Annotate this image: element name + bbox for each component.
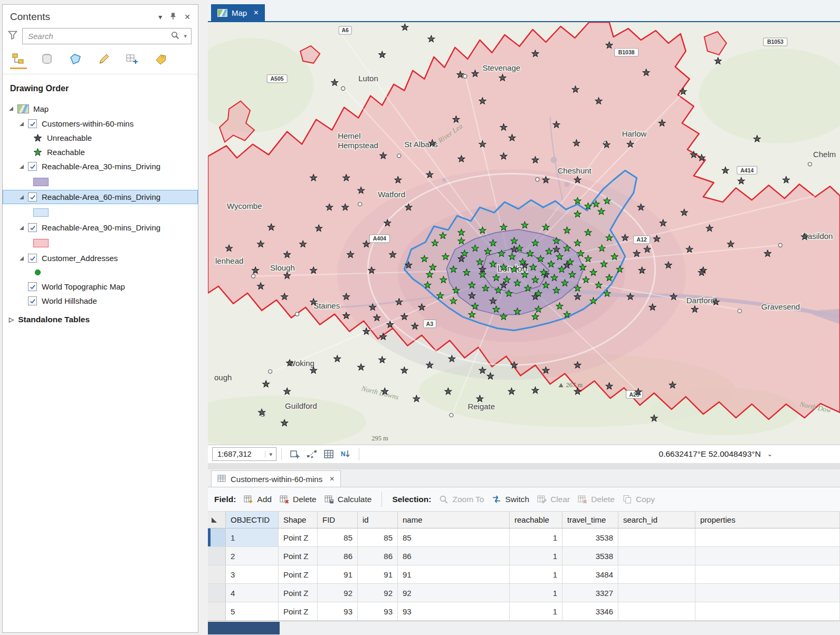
legend-label[interactable]: Reachable bbox=[47, 148, 85, 157]
layer-checkbox[interactable] bbox=[28, 296, 37, 305]
table-cell[interactable]: 93 bbox=[398, 602, 510, 621]
map-view-tab[interactable]: Map ✕ bbox=[211, 4, 265, 21]
table-cell[interactable]: 85 bbox=[318, 528, 358, 547]
zoom-to-selection-button[interactable]: Zoom To bbox=[439, 495, 484, 504]
copy-selection-button[interactable]: Copy bbox=[623, 495, 655, 504]
layer-label[interactable]: Reachable-Area_30-mins_Driving bbox=[42, 162, 160, 171]
switch-selection-button[interactable]: Switch bbox=[492, 495, 529, 504]
delete-selection-button[interactable]: Delete bbox=[578, 495, 615, 504]
column-header[interactable]: properties bbox=[695, 512, 840, 528]
edit-vertices-icon[interactable] bbox=[305, 448, 319, 460]
expand-toggle-icon[interactable] bbox=[20, 195, 24, 199]
table-cell[interactable]: 91 bbox=[358, 565, 398, 584]
table-cell[interactable] bbox=[618, 565, 695, 584]
standalone-tables-row[interactable]: ▷ Standalone Tables bbox=[3, 312, 198, 326]
delete-field-button[interactable]: Delete bbox=[280, 495, 317, 504]
column-header[interactable]: FID bbox=[318, 512, 358, 528]
table-cell[interactable]: 3 bbox=[226, 565, 279, 584]
layer-label[interactable]: Customers-within-60-mins bbox=[42, 119, 133, 128]
table-cell[interactable]: 2 bbox=[226, 547, 279, 565]
table-cell[interactable]: 92 bbox=[318, 584, 358, 602]
attribute-table-icon[interactable] bbox=[322, 448, 336, 460]
table-cell[interactable]: 3538 bbox=[562, 528, 618, 547]
expand-toggle-icon[interactable] bbox=[9, 107, 13, 111]
row-selector[interactable] bbox=[208, 547, 226, 565]
column-header[interactable]: OBJECTID bbox=[226, 512, 279, 528]
expand-toggle-icon[interactable] bbox=[20, 226, 24, 230]
collapsed-arrow-icon[interactable]: ▷ bbox=[9, 316, 14, 323]
layer-checkbox[interactable] bbox=[28, 254, 37, 263]
row-selector[interactable] bbox=[208, 584, 226, 602]
list-by-snapping-icon[interactable] bbox=[124, 51, 141, 68]
list-by-editing-icon[interactable] bbox=[96, 51, 112, 68]
expand-toggle-icon[interactable] bbox=[20, 256, 24, 261]
layer-checkbox[interactable] bbox=[28, 193, 37, 201]
table-cell[interactable]: 1 bbox=[510, 602, 562, 621]
column-header[interactable]: name bbox=[398, 512, 510, 528]
column-header[interactable]: reachable bbox=[510, 512, 562, 528]
table-cell[interactable]: Point Z bbox=[279, 584, 318, 602]
map-root-row[interactable]: Map bbox=[3, 101, 198, 117]
scrollbar-thumb[interactable] bbox=[208, 622, 280, 634]
table-cell[interactable]: 93 bbox=[318, 602, 358, 621]
table-cell[interactable]: Point Z bbox=[279, 602, 318, 621]
add-field-button[interactable]: Add bbox=[244, 495, 272, 504]
row-selector[interactable] bbox=[208, 528, 226, 547]
filter-icon[interactable] bbox=[8, 31, 17, 42]
column-header[interactable]: travel_time bbox=[562, 512, 618, 528]
layer-label[interactable]: Customer_Addresses bbox=[42, 254, 118, 263]
table-cell[interactable]: 3327 bbox=[562, 584, 618, 602]
table-cell[interactable]: 1 bbox=[226, 528, 279, 547]
table-cell[interactable]: Point Z bbox=[279, 547, 318, 565]
column-header[interactable]: Shape bbox=[279, 512, 318, 528]
row-selector[interactable] bbox=[208, 565, 226, 584]
table-cell[interactable] bbox=[695, 528, 840, 547]
table-cell[interactable] bbox=[618, 602, 695, 621]
table-cell[interactable]: 92 bbox=[358, 584, 398, 602]
table-cell[interactable]: 3538 bbox=[562, 547, 618, 565]
add-graphic-icon[interactable] bbox=[288, 448, 302, 460]
table-cell[interactable]: 3484 bbox=[562, 565, 618, 584]
table-cell[interactable]: 3346 bbox=[562, 602, 618, 621]
legend-label[interactable]: Unreachable bbox=[47, 133, 92, 142]
layer-label[interactable]: Reachable-Area_90-mins_Driving bbox=[42, 223, 160, 232]
search-icon[interactable] bbox=[171, 31, 179, 42]
table-cell[interactable]: 91 bbox=[318, 565, 358, 584]
layer-label[interactable]: World Topographic Map bbox=[42, 282, 125, 291]
table-cell[interactable] bbox=[618, 528, 695, 547]
table-cell[interactable]: 4 bbox=[226, 584, 279, 602]
panel-menu-caret-icon[interactable]: ▾ bbox=[158, 13, 162, 21]
map-root-label[interactable]: Map bbox=[33, 104, 49, 113]
list-by-data-source-icon[interactable] bbox=[39, 51, 55, 68]
layer-checkbox[interactable] bbox=[28, 223, 37, 232]
north-arrow-icon[interactable]: N bbox=[339, 448, 352, 460]
legend-swatch[interactable] bbox=[33, 208, 49, 217]
map-canvas[interactable]: A6A505B1038B1053A414A12A404A3A25River Le… bbox=[208, 22, 840, 445]
expand-toggle-icon[interactable] bbox=[20, 165, 24, 169]
table-cell[interactable]: 93 bbox=[358, 602, 398, 621]
search-input[interactable] bbox=[27, 31, 171, 41]
table-cell[interactable] bbox=[695, 547, 840, 565]
table-horizontal-scrollbar[interactable] bbox=[208, 621, 840, 635]
column-header[interactable]: search_id bbox=[618, 512, 695, 528]
list-by-selection-icon[interactable] bbox=[67, 51, 84, 68]
layer-checkbox[interactable] bbox=[28, 119, 37, 128]
star-dark-icon[interactable] bbox=[33, 133, 42, 142]
column-header[interactable]: id bbox=[358, 512, 398, 528]
table-cell[interactable]: 5 bbox=[226, 602, 279, 621]
table-cell[interactable]: 91 bbox=[398, 565, 510, 584]
close-icon[interactable]: ✕ bbox=[184, 13, 190, 21]
table-cell[interactable]: 92 bbox=[398, 584, 510, 602]
table-cell[interactable]: Point Z bbox=[279, 528, 318, 547]
map-view[interactable]: A6A505B1038B1053A414A12A404A3A25River Le… bbox=[208, 22, 840, 445]
clear-selection-button[interactable]: Clear bbox=[537, 495, 570, 504]
list-by-labeling-icon[interactable] bbox=[152, 51, 169, 68]
legend-dot[interactable] bbox=[35, 270, 41, 275]
table-cell[interactable]: 85 bbox=[398, 528, 510, 547]
table-cell[interactable]: 86 bbox=[358, 547, 398, 565]
layer-checkbox[interactable] bbox=[28, 162, 37, 171]
attribute-table-tab[interactable]: Customers-within-60-mins ✕ bbox=[211, 470, 341, 487]
search-options-caret-icon[interactable]: ▾ bbox=[184, 33, 187, 40]
layer-label[interactable]: World Hillshade bbox=[42, 296, 97, 305]
table-cell[interactable]: 1 bbox=[510, 547, 562, 565]
